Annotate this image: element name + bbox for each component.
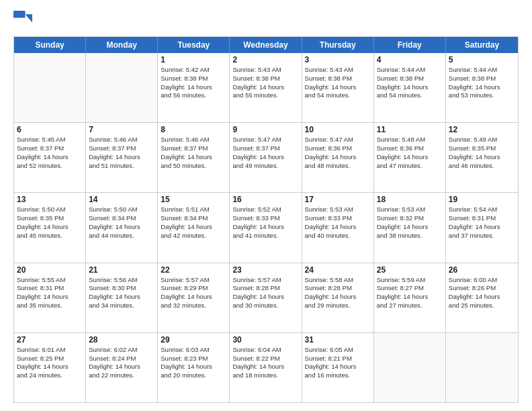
cell-info-line: and 16 minutes. — [305, 371, 371, 380]
cell-info-line: and 35 minutes. — [17, 302, 83, 310]
cell-info-line: Daylight: 14 hours — [161, 223, 226, 232]
cell-info-line: Daylight: 14 hours — [89, 223, 154, 232]
day-number: 3 — [305, 55, 371, 64]
calendar-cell: 8Sunrise: 5:46 AMSunset: 8:37 PMDaylight… — [158, 123, 230, 192]
cell-info-line: and 54 minutes. — [377, 91, 443, 100]
cell-info-line: Sunset: 8:37 PM — [17, 144, 83, 153]
cell-info-line: and 18 minutes. — [232, 371, 298, 380]
cell-info-line: Sunrise: 6:04 AM — [232, 346, 298, 355]
day-number: 14 — [89, 195, 154, 204]
cell-info-line: and 48 minutes. — [305, 162, 371, 171]
cell-info-line: and 32 minutes. — [161, 302, 226, 310]
calendar-cell: 12Sunrise: 5:49 AMSunset: 8:35 PMDayligh… — [446, 123, 518, 192]
cell-info-line: Daylight: 14 hours — [232, 153, 298, 162]
calendar-cell: 14Sunrise: 5:50 AMSunset: 8:34 PMDayligh… — [86, 193, 158, 262]
day-number: 19 — [449, 195, 515, 204]
calendar-cell: 17Sunrise: 5:53 AMSunset: 8:33 PMDayligh… — [302, 193, 374, 262]
cell-info-line: Daylight: 14 hours — [17, 363, 83, 371]
cell-info-line: Sunset: 8:32 PM — [377, 214, 443, 223]
calendar-cell: 5Sunrise: 5:44 AMSunset: 8:38 PMDaylight… — [446, 53, 518, 122]
cell-info-line: and 55 minutes. — [232, 91, 298, 100]
cell-info-line: Daylight: 14 hours — [449, 83, 515, 92]
cell-info-line: and 30 minutes. — [232, 302, 298, 310]
calendar-body: 1Sunrise: 5:42 AMSunset: 8:38 PMDaylight… — [14, 53, 518, 402]
calendar-cell: 31Sunrise: 6:05 AMSunset: 8:21 PMDayligh… — [302, 333, 374, 402]
day-number: 13 — [17, 195, 83, 204]
cell-info-line: Sunrise: 6:02 AM — [89, 346, 154, 355]
calendar-cell: 7Sunrise: 5:46 AMSunset: 8:37 PMDaylight… — [86, 123, 158, 192]
cell-info-line: Daylight: 14 hours — [89, 293, 154, 302]
calendar-cell: 20Sunrise: 5:55 AMSunset: 8:31 PMDayligh… — [14, 263, 86, 332]
cell-info-line: and 56 minutes. — [161, 91, 226, 100]
cell-info-line: Daylight: 14 hours — [89, 363, 154, 371]
day-of-week-header: Sunday — [14, 37, 86, 53]
cell-info-line: Sunset: 8:38 PM — [232, 75, 298, 83]
cell-info-line: Sunrise: 5:45 AM — [17, 136, 83, 144]
logo-icon — [13, 11, 32, 30]
cell-info-line: Daylight: 14 hours — [305, 83, 371, 92]
cell-info-line: Sunrise: 5:57 AM — [161, 276, 226, 285]
cell-info-line: Sunset: 8:36 PM — [305, 144, 371, 153]
cell-info-line: Sunrise: 5:47 AM — [232, 136, 298, 144]
cell-info-line: and 40 minutes. — [305, 232, 371, 240]
calendar-cell: 24Sunrise: 5:58 AMSunset: 8:28 PMDayligh… — [302, 263, 374, 332]
calendar-cell: 28Sunrise: 6:02 AMSunset: 8:24 PMDayligh… — [86, 333, 158, 402]
cell-info-line: Sunrise: 5:58 AM — [305, 276, 371, 285]
cell-info-line: and 37 minutes. — [449, 232, 515, 240]
cell-info-line: Sunrise: 5:51 AM — [161, 205, 226, 214]
calendar-header: SundayMondayTuesdayWednesdayThursdayFrid… — [14, 37, 518, 53]
cell-info-line: Sunset: 8:21 PM — [305, 355, 371, 363]
cell-info-line: Sunset: 8:36 PM — [377, 144, 443, 153]
cell-info-line: Daylight: 14 hours — [161, 83, 226, 92]
cell-info-line: Sunset: 8:23 PM — [161, 355, 226, 363]
cell-info-line: Sunrise: 5:56 AM — [89, 276, 154, 285]
calendar-cell: 23Sunrise: 5:57 AMSunset: 8:28 PMDayligh… — [230, 263, 302, 332]
cell-info-line: Sunrise: 5:43 AM — [232, 66, 298, 75]
cell-info-line: Sunset: 8:33 PM — [232, 214, 298, 223]
day-number: 22 — [161, 265, 226, 275]
day-number: 20 — [17, 265, 83, 275]
cell-info-line: Sunrise: 5:46 AM — [161, 136, 226, 144]
cell-info-line: Daylight: 14 hours — [232, 83, 298, 92]
calendar-cell: 27Sunrise: 6:01 AMSunset: 8:25 PMDayligh… — [14, 333, 86, 402]
cell-info-line: Sunrise: 5:42 AM — [161, 66, 226, 75]
cell-info-line: Daylight: 14 hours — [161, 363, 226, 371]
cell-info-line: and 38 minutes. — [377, 232, 443, 240]
cell-info-line: Sunrise: 5:53 AM — [305, 205, 371, 214]
cell-info-line: Daylight: 14 hours — [161, 153, 226, 162]
day-number: 12 — [449, 125, 515, 134]
cell-info-line: and 45 minutes. — [17, 232, 83, 240]
cell-info-line: Daylight: 14 hours — [449, 293, 515, 302]
cell-info-line: Daylight: 14 hours — [161, 293, 226, 302]
cell-info-line: and 47 minutes. — [377, 162, 443, 171]
cell-info-line: Sunrise: 6:05 AM — [305, 346, 371, 355]
day-number: 4 — [377, 55, 443, 64]
cell-info-line: Daylight: 14 hours — [377, 223, 443, 232]
cell-info-line: Daylight: 14 hours — [377, 293, 443, 302]
calendar-cell: 26Sunrise: 6:00 AMSunset: 8:26 PMDayligh… — [446, 263, 518, 332]
cell-info-line: and 49 minutes. — [232, 162, 298, 171]
cell-info-line: Sunrise: 5:44 AM — [449, 66, 515, 75]
cell-info-line: Daylight: 14 hours — [232, 363, 298, 371]
calendar-cell: 11Sunrise: 5:48 AMSunset: 8:36 PMDayligh… — [374, 123, 446, 192]
day-number: 16 — [232, 195, 298, 204]
svg-marker-0 — [26, 14, 33, 22]
day-number: 28 — [89, 335, 154, 345]
day-number: 11 — [377, 125, 443, 134]
cell-info-line: Sunrise: 5:44 AM — [377, 66, 443, 75]
day-number: 25 — [377, 265, 443, 275]
cell-info-line: Sunset: 8:25 PM — [17, 355, 83, 363]
cell-info-line: Daylight: 14 hours — [305, 293, 371, 302]
cell-info-line: Sunrise: 5:54 AM — [449, 205, 515, 214]
svg-rect-1 — [13, 11, 26, 18]
day-of-week-header: Tuesday — [158, 37, 230, 53]
calendar-cell: 10Sunrise: 5:47 AMSunset: 8:36 PMDayligh… — [302, 123, 374, 192]
calendar-cell: 21Sunrise: 5:56 AMSunset: 8:30 PMDayligh… — [86, 263, 158, 332]
cell-info-line: Sunset: 8:38 PM — [161, 75, 226, 83]
calendar-cell: 9Sunrise: 5:47 AMSunset: 8:37 PMDaylight… — [230, 123, 302, 192]
cell-info-line: and 51 minutes. — [89, 162, 154, 171]
calendar-week-row: 20Sunrise: 5:55 AMSunset: 8:31 PMDayligh… — [14, 263, 518, 332]
day-number: 10 — [305, 125, 371, 134]
calendar-cell: 1Sunrise: 5:42 AMSunset: 8:38 PMDaylight… — [158, 53, 230, 122]
calendar-cell: 29Sunrise: 6:03 AMSunset: 8:23 PMDayligh… — [158, 333, 230, 402]
